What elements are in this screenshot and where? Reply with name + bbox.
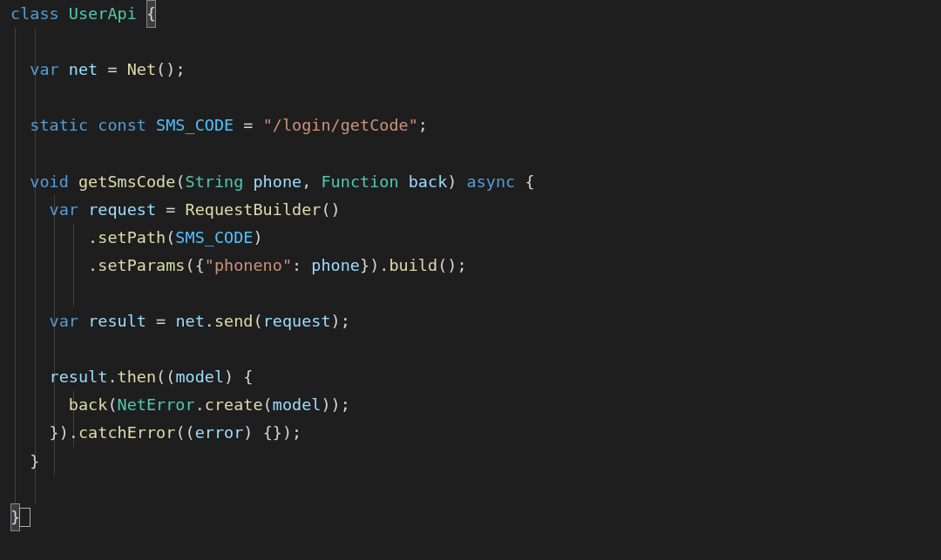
call-Net: Net: [127, 60, 156, 78]
brace-open-match: {: [146, 0, 156, 28]
string-phoneno: "phoneno": [205, 256, 292, 274]
type-String: String: [186, 172, 244, 191]
code-editor[interactable]: class UserApi { var net = Net(); static …: [0, 0, 941, 560]
type-Function: Function: [321, 172, 398, 191]
param-back: back: [409, 172, 448, 191]
var-request: request: [88, 200, 156, 219]
keyword-const: const: [98, 116, 146, 134]
var-result: result: [88, 312, 146, 330]
method-getSmsCode: getSmsCode: [78, 172, 175, 191]
param-error: error: [195, 423, 244, 442]
param-model: model: [175, 368, 224, 386]
param-phone: phone: [253, 172, 301, 191]
class-name: UserApi: [69, 4, 137, 23]
keyword-static: static: [30, 116, 88, 134]
call-RequestBuilder: RequestBuilder: [186, 200, 322, 219]
var-net: net: [69, 60, 98, 78]
method-catchError: catchError: [78, 423, 175, 442]
method-then: then: [118, 368, 157, 386]
string-sms-code: "/login/getCode": [263, 116, 418, 134]
method-setPath: setPath: [98, 228, 166, 246]
keyword-var: var: [30, 60, 58, 78]
method-build: build: [389, 256, 437, 274]
keyword-class: class: [10, 4, 59, 23]
cursor: [20, 509, 30, 525]
brace-close-match: }: [10, 503, 20, 531]
keyword-void: void: [30, 172, 69, 191]
code-content: class UserApi { var net = Net(); static …: [10, 0, 535, 531]
keyword-async: async: [467, 172, 516, 191]
method-create: create: [205, 395, 263, 414]
type-NetError: NetError: [118, 395, 195, 414]
method-send: send: [214, 312, 254, 330]
operator-eq: =: [107, 60, 117, 78]
method-setParams: setParams: [98, 256, 185, 274]
const-SMS_CODE: SMS_CODE: [156, 116, 234, 134]
arg-SMS_CODE: SMS_CODE: [175, 228, 253, 246]
